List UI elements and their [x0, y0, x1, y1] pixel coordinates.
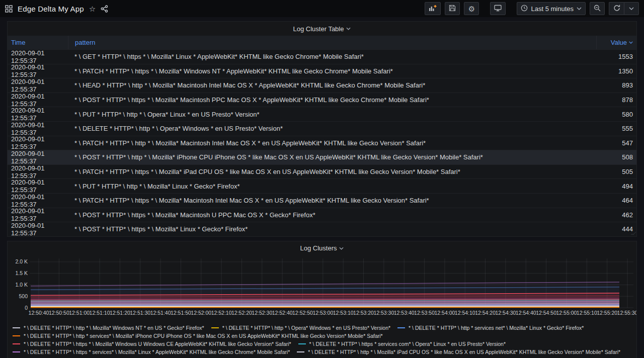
cell-value: 444 [596, 225, 636, 233]
legend-item[interactable]: * \ DELETE * HTTP* \ http * \ Opera* Win… [211, 325, 390, 331]
legend-series-label: * \ DELETE * HTTP* \ http * \ Mozilla* W… [24, 325, 204, 331]
cell-pattern: * \ PUT * HTTP* \ http * \ Mozilla* Linu… [68, 183, 596, 190]
legend-item[interactable]: * \ DELETE * HTTP* \ http * \ Mozilla* i… [297, 349, 620, 355]
cell-value: 464 [596, 197, 636, 204]
cell-time: 2020-09-01 12:55:37 [8, 222, 68, 237]
table-row: 2020-09-01 12:55:37* \ HEAD * HTTP* \ ht… [8, 78, 636, 93]
chart-legend: * \ DELETE * HTTP* \ http * \ Mozilla* W… [8, 323, 636, 358]
svg-text:12:55:20: 12:55:20 [597, 310, 617, 316]
panel-title-text: Log Clusters [300, 244, 337, 252]
svg-text:12:51:20: 12:51:20 [110, 310, 130, 316]
table-row: 2020-09-01 12:55:37* \ PUT * HTTP* \ htt… [8, 107, 636, 121]
log-clusters-chart-panel: Log Clusters 05001.0 K1.5 K2.0 K12:50:40… [7, 241, 637, 358]
cell-pattern: * \ POST * HTTP* \ https * \ Mozilla* Ma… [68, 211, 596, 219]
legend-item[interactable]: * \ DELETE * HTTP* \ https * services* \… [13, 349, 290, 355]
legend-series-label: * \ DELETE * HTTP* \ https * services co… [309, 341, 506, 347]
chart-panel-title[interactable]: Log Clusters [8, 241, 636, 255]
cycle-view-mode-button[interactable] [490, 2, 506, 15]
table-row: 2020-09-01 12:55:37* \ POST * HTTP* \ ht… [8, 93, 636, 107]
cell-pattern: * \ HEAD * HTTP* \ http * \ Mozilla* Mac… [68, 81, 596, 89]
grid-icon[interactable] [5, 5, 13, 13]
svg-text:12:50:50: 12:50:50 [49, 310, 69, 316]
table-row: 2020-09-01 12:55:37* \ GET * HTTP* \ htt… [8, 49, 636, 64]
cell-value: 580 [596, 111, 636, 118]
svg-text:2.0 K: 2.0 K [15, 258, 28, 264]
cell-value: 494 [596, 183, 636, 190]
refresh-icon [613, 5, 620, 13]
svg-text:12:50:40: 12:50:40 [29, 310, 49, 316]
zoom-out-button[interactable] [590, 2, 605, 15]
legend-item[interactable]: * \ DELETE * HTTP* \ http * \ Mozilla* W… [13, 325, 204, 331]
svg-text:12:53:50: 12:53:50 [414, 310, 435, 316]
legend-item[interactable]: * \ DELETE * HTTP* \ http * services net… [397, 325, 584, 331]
sort-desc-icon [629, 41, 633, 44]
cell-value: 893 [596, 81, 636, 89]
monitor-icon [494, 5, 502, 13]
svg-text:1.5 K: 1.5 K [15, 270, 28, 276]
legend-series-label: * \ DELETE * HTTP* \ https * \ Mozilla* … [24, 341, 291, 347]
svg-text:12:54:10: 12:54:10 [455, 310, 475, 316]
add-panel-button[interactable] [425, 2, 441, 15]
cell-pattern: * \ PATCH * HTTP* \ https * \ Mozilla* W… [68, 67, 596, 75]
svg-text:12:53:10: 12:53:10 [333, 310, 354, 316]
zoom-out-icon [594, 5, 601, 13]
time-series-chart[interactable]: 05001.0 K1.5 K2.0 K12:50:4012:50:5012:51… [8, 255, 636, 321]
svg-text:12:53:40: 12:53:40 [394, 310, 415, 316]
panel-title-text: Log Cluster Table [293, 25, 344, 33]
svg-text:1.0 K: 1.0 K [15, 282, 28, 288]
legend-item[interactable]: * \ DELETE * HTTP* \ https * \ Mozilla* … [13, 341, 291, 347]
save-dashboard-button[interactable] [445, 2, 460, 15]
svg-text:12:51:40: 12:51:40 [150, 310, 171, 316]
cell-time: 2020-09-01 12:55:37 [8, 78, 68, 93]
svg-text:12:55:10: 12:55:10 [577, 310, 597, 316]
legend-series-dash [13, 343, 20, 344]
top-navigation-bar: Edge Delta My App ☆ ⚙ [0, 0, 644, 17]
column-header-value[interactable]: Value [596, 36, 636, 49]
table-panel-title[interactable]: Log Cluster Table [8, 22, 636, 36]
legend-item[interactable]: * \ DELETE * HTTP* \ https * services co… [298, 341, 506, 347]
svg-text:12:53:00: 12:53:00 [312, 310, 333, 316]
legend-series-dash [397, 327, 405, 328]
star-icon[interactable]: ☆ [89, 5, 96, 13]
legend-item[interactable]: * \ DELETE * HTTP* \ http * services* \ … [13, 333, 383, 339]
legend-series-label: * \ DELETE * HTTP* \ http * \ Opera* Win… [222, 325, 390, 331]
share-icon[interactable] [101, 5, 108, 13]
column-header-time[interactable]: Time [8, 36, 68, 49]
chevron-down-icon [629, 7, 634, 10]
cell-time: 2020-09-01 12:55:37 [8, 164, 68, 180]
cell-pattern: * \ DELETE * HTTP* \ http * \ Opera* Win… [68, 125, 596, 132]
svg-text:12:51:30: 12:51:30 [130, 310, 150, 316]
legend-series-label: * \ DELETE * HTTP* \ http * services net… [409, 325, 584, 331]
refresh-interval-dropdown[interactable] [624, 2, 639, 15]
chevron-down-icon [577, 7, 582, 10]
svg-text:12:51:00: 12:51:00 [69, 310, 90, 316]
chevron-down-icon [339, 247, 344, 250]
cell-pattern: * \ PUT * HTTP* \ http * \ Opera* Linux … [68, 111, 596, 118]
table-row: 2020-09-01 12:55:37* \ POST * HTTP* \ ht… [8, 208, 636, 222]
svg-text:12:52:40: 12:52:40 [272, 310, 293, 316]
cell-value: 547 [596, 139, 636, 147]
cell-value: 1553 [596, 53, 636, 60]
cell-value: 555 [596, 125, 636, 132]
svg-text:12:54:00: 12:54:00 [434, 310, 455, 316]
time-range-picker[interactable]: Last 5 minutes [517, 2, 586, 15]
svg-text:12:52:20: 12:52:20 [231, 310, 252, 316]
cell-pattern: * \ GET * HTTP* \ https * \ Mozilla* Lin… [68, 53, 596, 60]
cell-value: 508 [596, 153, 636, 161]
svg-text:12:54:20: 12:54:20 [475, 310, 496, 316]
legend-series-dash [13, 335, 20, 336]
log-cluster-table-panel: Log Cluster Table Time pattern Value 202… [7, 21, 637, 237]
legend-series-dash [13, 351, 20, 352]
legend-series-dash [297, 351, 304, 352]
dashboard-settings-button[interactable]: ⚙ [464, 2, 479, 15]
svg-text:12:54:40: 12:54:40 [516, 310, 536, 316]
svg-text:12:52:50: 12:52:50 [292, 310, 313, 316]
column-header-pattern[interactable]: pattern [68, 36, 596, 49]
table-row: 2020-09-01 12:55:37* \ PATCH * HTTP* \ h… [8, 164, 636, 179]
cell-time: 2020-09-01 12:55:37 [8, 49, 68, 64]
refresh-button[interactable] [609, 2, 624, 15]
svg-text:12:54:50: 12:54:50 [536, 310, 556, 316]
table-row: 2020-09-01 12:55:37* \ PATCH * HTTP* \ h… [8, 136, 636, 150]
legend-series-label: * \ DELETE * HTTP* \ http * services* \ … [24, 333, 383, 339]
table-row: 2020-09-01 12:55:37* \ POST * HTTP* \ ht… [8, 222, 636, 236]
